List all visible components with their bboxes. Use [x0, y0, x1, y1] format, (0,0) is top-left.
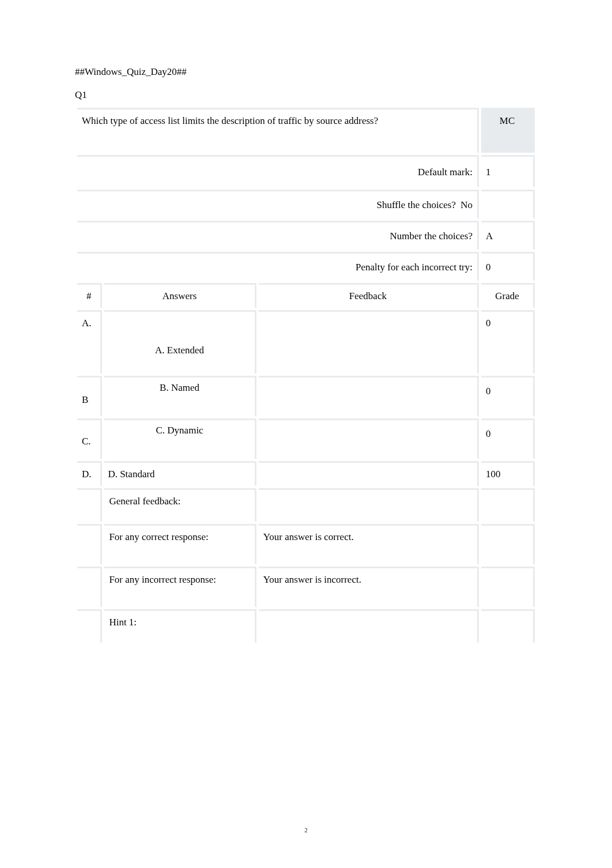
answer-letter: C. — [77, 418, 102, 459]
shuffle-value: No — [458, 199, 473, 210]
answer-text: B. Named — [104, 376, 256, 416]
header-feedback: Feedback — [259, 283, 479, 308]
incorrect-response-value: Your answer is incorrect. — [259, 567, 479, 607]
question-id: Q1 — [75, 89, 537, 101]
answer-grade: 0 — [481, 376, 535, 416]
header-num: # — [77, 283, 102, 308]
fb-spacer — [77, 609, 102, 643]
fb-grade-spacer — [481, 524, 535, 564]
shuffle-spacer — [481, 190, 535, 218]
answer-feedback — [259, 376, 479, 416]
answer-feedback — [259, 418, 479, 459]
default-mark-value: 1 — [481, 155, 535, 187]
answer-feedback — [259, 310, 479, 373]
number-choices-label: Number the choices? — [77, 221, 479, 250]
answer-letter: D. — [77, 461, 102, 486]
penalty-label: Penalty for each incorrect try: — [77, 252, 479, 281]
answer-text: C. Dynamic — [104, 418, 256, 459]
number-choices-value: A — [481, 221, 535, 250]
hint1-label: Hint 1: — [104, 609, 256, 643]
answer-grade: 0 — [481, 310, 535, 373]
question-text: Which type of access list limits the des… — [77, 108, 479, 153]
correct-response-label: For any correct response: — [104, 524, 256, 564]
incorrect-response-label: For any incorrect response: — [104, 567, 256, 607]
quiz-table: Which type of access list limits the des… — [75, 105, 537, 645]
fb-spacer — [77, 488, 102, 522]
answer-text: D. Standard — [104, 461, 256, 486]
fb-grade-spacer — [481, 609, 535, 643]
fb-grade-spacer — [481, 567, 535, 607]
answer-letter: A. — [77, 310, 102, 373]
penalty-value: 0 — [481, 252, 535, 281]
header-grade: Grade — [481, 283, 535, 308]
document-title: ##Windows_Quiz_Day20## — [75, 66, 537, 78]
header-answers: Answers — [104, 283, 256, 308]
general-feedback-label: General feedback: — [104, 488, 256, 522]
hint1-value — [259, 609, 479, 643]
page-number: 2 — [304, 827, 308, 833]
fb-spacer — [77, 524, 102, 564]
shuffle-label-text: Shuffle the choices? — [376, 199, 456, 210]
answer-grade: 100 — [481, 461, 535, 486]
fb-grade-spacer — [481, 488, 535, 522]
general-feedback-value — [259, 488, 479, 522]
answer-letter: B — [77, 376, 102, 416]
correct-response-value: Your answer is correct. — [259, 524, 479, 564]
shuffle-label: Shuffle the choices? No — [77, 190, 479, 218]
answer-text: A. Extended — [104, 310, 256, 373]
answer-grade: 0 — [481, 418, 535, 459]
fb-spacer — [77, 567, 102, 607]
default-mark-label: Default mark: — [77, 155, 479, 187]
answer-feedback — [259, 461, 479, 486]
question-type: MC — [481, 108, 535, 153]
